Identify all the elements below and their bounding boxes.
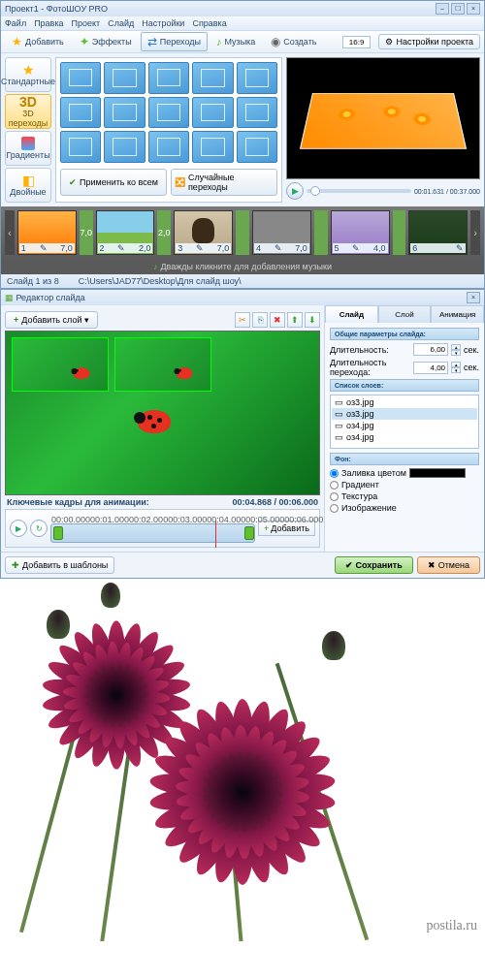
- slide-thumb[interactable]: 3✎7,0: [174, 210, 233, 255]
- layer-list-item[interactable]: ▭оз3.jpg: [332, 396, 477, 408]
- transition-thumb[interactable]: [237, 62, 277, 94]
- layers-list[interactable]: ▭оз3.jpg ▭оз3.jpg ▭оз4.jpg ▭оз4.jpg: [330, 395, 479, 449]
- cancel-button[interactable]: ✖Отмена: [417, 556, 480, 574]
- save-button[interactable]: ✔Сохранить: [335, 556, 413, 574]
- ladybug-image: [138, 410, 171, 433]
- transition-thumb[interactable]: [104, 62, 145, 94]
- slide-thumb[interactable]: 1✎7,0: [17, 210, 77, 255]
- transition-thumb[interactable]: [148, 131, 189, 163]
- keyframe-marker[interactable]: [53, 526, 63, 540]
- play-button[interactable]: ▶: [286, 182, 304, 200]
- layer-rect[interactable]: [114, 337, 211, 392]
- up-button[interactable]: ⬆: [287, 312, 303, 328]
- sidebar-item-3d[interactable]: 3D3D переходы: [5, 94, 51, 129]
- transition-thumb[interactable]: [237, 131, 277, 163]
- playback-slider[interactable]: [307, 189, 411, 193]
- transition-thumb[interactable]: [104, 131, 145, 163]
- minimize-button[interactable]: –: [436, 3, 449, 15]
- kf-ticks: 00:00.00000:01.00000:02.00000:03.00000:0…: [51, 515, 254, 524]
- slide-thumb[interactable]: 4✎7,0: [252, 210, 311, 255]
- bg-color-swatch[interactable]: [409, 468, 466, 478]
- sidebar-item-double[interactable]: ◧Двойные: [5, 168, 51, 203]
- menu-edit[interactable]: Правка: [34, 18, 63, 28]
- editor-close-button[interactable]: ×: [467, 292, 480, 303]
- transition-thumb[interactable]: [192, 131, 233, 163]
- layer-toolbar: +Добавить слой▾ ✂ ⎘ ✖ ⬆ ⬇: [5, 309, 320, 331]
- layer-list-item[interactable]: ▭оз3.jpg: [332, 408, 477, 420]
- music-track-hint[interactable]: ♪Дважды кликните для добавления музыки: [1, 259, 484, 274]
- transition-thumb[interactable]: [104, 97, 145, 129]
- layer-rect[interactable]: [12, 337, 109, 392]
- transition-gap[interactable]: [236, 210, 249, 255]
- add-button[interactable]: ★Добавить: [5, 32, 71, 51]
- close-button[interactable]: ×: [467, 3, 480, 15]
- menu-slide[interactable]: Слайд: [108, 18, 134, 28]
- maximize-button[interactable]: ☐: [451, 3, 465, 15]
- kf-play-button[interactable]: ▶: [10, 520, 27, 537]
- slide-properties: Общие параметры слайда: Длительность: ▴▾…: [325, 323, 484, 552]
- slide-canvas[interactable]: [5, 331, 320, 495]
- project-settings-button[interactable]: ⚙Настройки проекта: [378, 34, 480, 49]
- transition-thumb[interactable]: [60, 131, 101, 163]
- transition-gap[interactable]: [393, 210, 406, 255]
- effects-button[interactable]: ✦Эффекты: [73, 32, 139, 51]
- apply-all-button[interactable]: ✔Применить ко всем: [60, 169, 167, 196]
- down-button[interactable]: ⬇: [305, 312, 320, 328]
- playhead[interactable]: [215, 521, 216, 548]
- transition-gap[interactable]: 7,0: [80, 210, 93, 255]
- add-layer-button[interactable]: +Добавить слой▾: [5, 311, 98, 329]
- filmstrip-prev[interactable]: ‹: [5, 210, 15, 255]
- bg-color-radio[interactable]: [330, 469, 339, 478]
- transition-thumb[interactable]: [192, 62, 233, 94]
- filmstrip-next[interactable]: ›: [470, 210, 480, 255]
- transition-gap[interactable]: [314, 210, 328, 255]
- transitions-icon: ⇄: [147, 35, 157, 48]
- bg-gradient-radio[interactable]: [330, 481, 339, 490]
- menu-settings[interactable]: Настройки: [142, 18, 184, 28]
- random-transitions-button[interactable]: 🔀Случайные переходы: [171, 169, 277, 196]
- delete-button[interactable]: ✖: [270, 312, 285, 328]
- keyframe-timeline: ▶ ↻ 00:00.00000:01.00000:02.00000:03.000…: [5, 509, 320, 548]
- slide-thumb[interactable]: 6✎: [408, 210, 468, 255]
- layer-list-item[interactable]: ▭оз4.jpg: [332, 431, 477, 443]
- transition-thumb[interactable]: [237, 97, 277, 129]
- menu-file[interactable]: Файл: [5, 18, 26, 28]
- keyframe-time: 00:04.868 / 00:06.000: [232, 497, 318, 507]
- copy-button[interactable]: ⎘: [252, 312, 268, 328]
- transition-thumb[interactable]: [192, 97, 233, 129]
- slide-thumb[interactable]: 2✎2,0: [96, 210, 155, 255]
- sidebar-item-standard[interactable]: ★Стандартные: [5, 57, 51, 92]
- duration-input[interactable]: [413, 343, 448, 356]
- transition-thumb[interactable]: [60, 97, 101, 129]
- transitions-button[interactable]: ⇄Переходы: [141, 32, 208, 51]
- keyframe-marker[interactable]: [244, 526, 254, 540]
- menu-project[interactable]: Проект: [72, 18, 101, 28]
- slide-thumb[interactable]: 5✎4,0: [331, 210, 390, 255]
- music-button[interactable]: ♪Музыка: [210, 33, 262, 50]
- aspect-ratio[interactable]: 16:9: [342, 36, 372, 48]
- cut-button[interactable]: ✂: [235, 312, 250, 328]
- transition-thumb[interactable]: [60, 62, 101, 94]
- menu-help[interactable]: Справка: [192, 18, 226, 28]
- transition-gap[interactable]: 2,0: [157, 210, 171, 255]
- sparkle-icon: ✦: [80, 35, 89, 48]
- tab-animation[interactable]: Анимация: [431, 305, 484, 323]
- music-icon: ♪: [216, 36, 222, 47]
- layer-list-item[interactable]: ▭оз4.jpg: [332, 420, 477, 431]
- create-button[interactable]: ◉Создать: [264, 32, 323, 51]
- tab-layer[interactable]: Слой: [378, 305, 432, 323]
- bg-texture-radio[interactable]: [330, 492, 339, 501]
- keyframe-track[interactable]: 00:00.00000:01.00000:02.00000:03.00000:0…: [50, 523, 255, 543]
- star-icon: ★: [12, 35, 22, 48]
- trans-duration-input[interactable]: [413, 362, 448, 374]
- trans-duration-spinner[interactable]: ▴▾: [451, 362, 461, 373]
- bg-image-radio[interactable]: [330, 504, 339, 513]
- add-to-templates-button[interactable]: ✚Добавить в шаблоны: [5, 556, 114, 574]
- kf-loop-button[interactable]: ↻: [30, 520, 48, 537]
- transition-thumb[interactable]: [148, 97, 189, 129]
- sidebar-item-gradients[interactable]: Градиенты: [5, 131, 51, 166]
- window-title: Проект1 - ФотоШОУ PRO: [5, 4, 108, 14]
- transition-thumb[interactable]: [148, 62, 189, 94]
- duration-spinner[interactable]: ▴▾: [451, 344, 461, 356]
- tab-slide[interactable]: Слайд: [325, 305, 378, 323]
